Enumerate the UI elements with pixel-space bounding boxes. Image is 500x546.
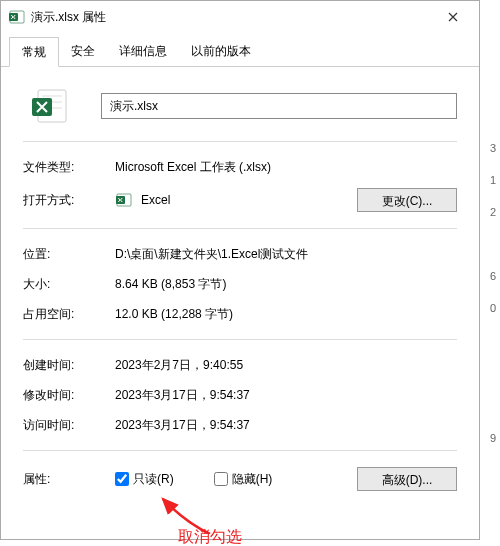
excel-file-icon (9, 9, 25, 25)
tab-strip: 常规 安全 详细信息 以前的版本 (1, 33, 479, 67)
excel-file-large-icon (29, 85, 71, 127)
divider (23, 339, 457, 340)
tab-previous-versions[interactable]: 以前的版本 (179, 37, 263, 66)
label-size: 大小: (23, 276, 115, 293)
tab-security[interactable]: 安全 (59, 37, 107, 66)
properties-dialog: 演示.xlsx 属性 常规 安全 详细信息 以前的版本 (0, 0, 480, 540)
excel-app-icon (115, 191, 133, 209)
readonly-checkbox[interactable] (115, 472, 129, 486)
background-edge: 3 1 2 6 0 9 (480, 0, 500, 546)
label-sizedisk: 占用空间: (23, 306, 115, 323)
tab-content: 文件类型: Microsoft Excel 工作表 (.xlsx) 打开方式: … (1, 67, 479, 507)
divider (23, 228, 457, 229)
label-modified: 修改时间: (23, 387, 115, 404)
hidden-checkbox-wrap[interactable]: 隐藏(H) (214, 471, 273, 488)
row-openwith: 打开方式: Excel 更改(C)... (23, 182, 457, 218)
change-button[interactable]: 更改(C)... (357, 188, 457, 212)
tab-general[interactable]: 常规 (9, 37, 59, 67)
label-openwith: 打开方式: (23, 192, 115, 209)
filename-input[interactable] (101, 93, 457, 119)
value-sizedisk: 12.0 KB (12,288 字节) (115, 306, 457, 323)
value-created: 2023年2月7日，9:40:55 (115, 357, 457, 374)
readonly-label: 只读(R) (133, 471, 174, 488)
close-button[interactable] (433, 3, 473, 31)
row-accessed: 访问时间: 2023年3月17日，9:54:37 (23, 410, 457, 440)
row-modified: 修改时间: 2023年3月17日，9:54:37 (23, 380, 457, 410)
row-sizedisk: 占用空间: 12.0 KB (12,288 字节) (23, 299, 457, 329)
value-accessed: 2023年3月17日，9:54:37 (115, 417, 457, 434)
row-filetype: 文件类型: Microsoft Excel 工作表 (.xlsx) (23, 152, 457, 182)
advanced-button[interactable]: 高级(D)... (357, 467, 457, 491)
divider (23, 450, 457, 451)
tab-details[interactable]: 详细信息 (107, 37, 179, 66)
hidden-label: 隐藏(H) (232, 471, 273, 488)
titlebar: 演示.xlsx 属性 (1, 1, 479, 33)
label-attributes: 属性: (23, 471, 115, 488)
file-header-row (23, 85, 457, 127)
value-openwith: Excel (141, 193, 357, 207)
window-title: 演示.xlsx 属性 (31, 9, 433, 26)
value-size: 8.64 KB (8,853 字节) (115, 276, 457, 293)
readonly-checkbox-wrap[interactable]: 只读(R) (115, 471, 174, 488)
row-created: 创建时间: 2023年2月7日，9:40:55 (23, 350, 457, 380)
value-modified: 2023年3月17日，9:54:37 (115, 387, 457, 404)
divider (23, 141, 457, 142)
row-location: 位置: D:\桌面\新建文件夹\1.Excel测试文件 (23, 239, 457, 269)
label-created: 创建时间: (23, 357, 115, 374)
label-location: 位置: (23, 246, 115, 263)
value-filetype: Microsoft Excel 工作表 (.xlsx) (115, 159, 457, 176)
row-attributes: 属性: 只读(R) 隐藏(H) 高级(D)... (23, 461, 457, 497)
hidden-checkbox[interactable] (214, 472, 228, 486)
label-filetype: 文件类型: (23, 159, 115, 176)
label-accessed: 访问时间: (23, 417, 115, 434)
row-size: 大小: 8.64 KB (8,853 字节) (23, 269, 457, 299)
value-location: D:\桌面\新建文件夹\1.Excel测试文件 (115, 246, 457, 263)
